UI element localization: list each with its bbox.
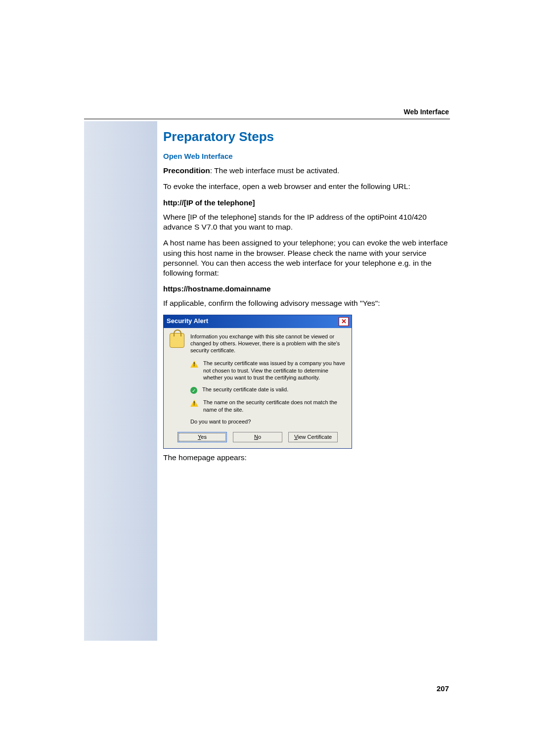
- dialog-title: Security Alert: [167, 317, 208, 326]
- dialog-buttons: Yes No View Certificate: [170, 432, 346, 442]
- left-margin-band: [84, 121, 157, 641]
- yes-button[interactable]: Yes: [178, 432, 227, 442]
- warning-icon: [190, 400, 198, 407]
- dialog-body: Information you exchange with this site …: [164, 328, 352, 448]
- view-certificate-button[interactable]: View Certificate: [288, 432, 338, 442]
- para-confirm: If applicable, confirm the following adv…: [163, 298, 450, 308]
- dialog-question: Do you want to proceed?: [190, 418, 346, 425]
- dialog-item-3-text: The name on the security certificate doe…: [203, 399, 346, 413]
- dialog-item-2: ✓ The security certificate date is valid…: [190, 386, 346, 394]
- close-icon[interactable]: ✕: [339, 317, 349, 326]
- lock-icon: [170, 333, 185, 349]
- content-area: Preparatory Steps Open Web Interface Pre…: [163, 129, 450, 469]
- dialog-intro-row: Information you exchange with this site …: [170, 333, 346, 354]
- dialog-intro-text: Information you exchange with this site …: [190, 333, 346, 354]
- page-number: 207: [437, 684, 449, 693]
- precondition-line: Precondition: The web interface must be …: [163, 166, 450, 176]
- para-ip-explain: Where [IP of the telephone] stands for t…: [163, 212, 450, 232]
- precondition-label: Precondition: [163, 166, 210, 175]
- dialog-item-1: The security certificate was issued by a…: [190, 360, 346, 381]
- subheading-open-web: Open Web Interface: [163, 151, 450, 161]
- document-page: Web Interface Preparatory Steps Open Web…: [0, 0, 534, 756]
- para-homepage: The homepage appears:: [163, 453, 450, 463]
- security-alert-dialog: Security Alert ✕ Information you exchang…: [163, 315, 352, 449]
- precondition-text: : The web interface must be activated.: [210, 166, 340, 175]
- dialog-item-3: The name on the security certificate doe…: [190, 399, 346, 413]
- header-section: Web Interface: [403, 108, 449, 116]
- dialog-item-2-text: The security certificate date is valid.: [202, 386, 288, 393]
- url-https: https://hostname.domainname: [163, 284, 450, 294]
- para-hostname: A host name has been assigned to your te…: [163, 238, 450, 278]
- url-http: http://[IP of the telephone]: [163, 198, 450, 208]
- no-button[interactable]: No: [233, 432, 282, 442]
- para-evoke: To evoke the interface, open a web brows…: [163, 182, 450, 191]
- check-icon: ✓: [190, 387, 197, 394]
- dialog-item-1-text: The security certificate was issued by a…: [203, 360, 346, 381]
- dialog-titlebar: Security Alert ✕: [164, 315, 352, 328]
- page-title: Preparatory Steps: [163, 129, 450, 145]
- header-rule: [84, 119, 450, 119]
- warning-icon: [190, 361, 198, 368]
